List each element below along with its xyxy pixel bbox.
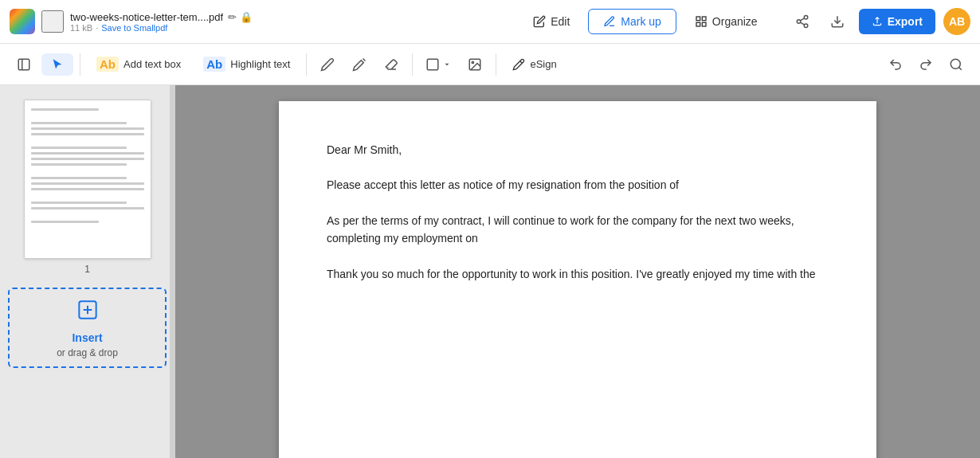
pen-icon [320,57,335,72]
shape-tool-button[interactable] [419,50,457,79]
shape-dropdown-icon [443,61,451,69]
save-link[interactable]: Save to Smallpdf [101,23,167,33]
add-text-box-label: Add text box [123,58,181,70]
insert-page-section[interactable]: Insert or drag & drop [8,288,167,368]
pdf-line-4: Thank you so much for the opportunity to… [327,265,829,283]
share-button[interactable] [789,8,816,35]
svg-rect-10 [18,59,29,70]
tab-organize-label: Organize [712,15,758,28]
undo-button[interactable] [881,50,910,79]
edit-icon: ✏ [228,11,237,23]
text-box-icon: Ab [96,57,119,72]
avatar: AB [943,8,970,35]
select-icon [51,58,64,71]
toolbar-separator-4 [496,53,496,76]
right-actions: Export AB [789,8,970,35]
toolbar-tabs: Edit Mark up Organize [518,9,773,34]
sidebar-toggle-icon [17,57,31,72]
export-button[interactable]: Export [859,9,935,34]
download-button[interactable] [824,8,851,35]
top-bar: two-weeks-notice-letter-tem....pdf ✏ 🔒 1… [0,0,980,44]
svg-line-7 [800,22,804,25]
lock-icon: 🔒 [240,11,253,23]
add-text-box-button[interactable]: Ab Add text box [87,52,190,76]
markup-tab-icon [603,15,616,28]
eraser-tool-button[interactable] [377,50,406,79]
image-icon [468,57,482,72]
svg-point-6 [804,24,808,28]
undo-redo-group [881,50,970,79]
edit-tab-icon [533,15,546,28]
pdf-line-1: Dear Mr Smith, [327,141,829,159]
page-number: 1 [84,264,90,275]
svg-rect-3 [702,22,706,26]
sidebar: 1 Insert or drag & drop [0,85,175,458]
svg-point-16 [951,59,960,69]
redo-icon [919,57,933,72]
organize-tab-icon [695,15,708,28]
tab-markup-label: Mark up [621,15,661,28]
hamburger-button[interactable] [41,10,64,33]
toolbar-separator-1 [80,53,80,76]
scroll-track[interactable] [170,85,174,458]
highlight-text-label: Highlight text [230,58,290,70]
toolbar-separator-3 [412,53,413,76]
file-info: two-weeks-notice-letter-tem....pdf ✏ 🔒 1… [70,11,253,33]
search-button[interactable] [942,50,970,79]
esign-tool-button[interactable]: eSign [503,53,566,76]
eraser-icon [384,57,398,72]
esign-icon [512,58,525,71]
select-tool-button[interactable] [41,53,73,76]
svg-line-8 [800,18,804,21]
page-thumbnail-1[interactable] [24,100,151,259]
pdf-viewer[interactable]: Dear Mr Smith, Please accept this letter… [175,85,980,458]
main-content: 1 Insert or drag & drop Dear Mr Smith, P… [0,85,980,458]
svg-rect-2 [696,22,700,26]
pencil-icon [352,57,367,72]
tool-bar: Ab Add text box Ab Highlight text eSign [0,44,980,85]
file-name: two-weeks-notice-letter-tem....pdf [70,11,223,23]
app-logo [10,9,35,34]
esign-label: eSign [530,58,556,70]
svg-rect-13 [428,59,439,70]
toggle-sidebar-button[interactable] [10,50,38,79]
tab-markup[interactable]: Mark up [588,9,676,34]
file-name-row: two-weeks-notice-letter-tem....pdf ✏ 🔒 [70,11,253,23]
toolbar-separator-2 [306,53,307,76]
page-thumb-container: 1 [0,93,174,281]
highlight-text-button[interactable]: Ab Highlight text [194,52,300,76]
svg-rect-1 [702,17,706,21]
tab-edit-label: Edit [551,15,570,28]
insert-sublabel: or drag & drop [57,347,118,358]
tab-edit[interactable]: Edit [518,9,585,34]
svg-point-15 [472,61,474,63]
insert-icon [75,297,100,328]
highlight-icon: Ab [203,57,225,72]
shape-icon [425,57,440,72]
pdf-line-3: As per the terms of my contract, I will … [327,212,829,248]
image-tool-button[interactable] [461,50,489,79]
pencil-tool-button[interactable] [345,50,374,79]
pdf-line-2: Please accept this letter as notice of m… [327,176,829,194]
file-size: 11 kB [70,23,92,33]
share-icon [795,14,809,29]
export-label: Export [888,15,923,28]
file-meta: 11 kB · Save to Smallpdf [70,23,253,33]
search-icon [949,57,963,72]
svg-line-17 [958,67,961,69]
file-meta-sep: · [96,23,98,33]
pen-tool-button[interactable] [313,50,342,79]
tab-organize[interactable]: Organize [680,9,773,34]
pdf-page: Dear Mr Smith, Please accept this letter… [279,101,876,458]
svg-point-4 [804,16,808,20]
svg-point-5 [797,20,801,24]
export-icon [872,16,883,27]
download-icon [830,14,845,29]
undo-icon [888,57,903,72]
insert-label: Insert [72,331,102,344]
svg-rect-0 [696,17,700,21]
redo-button[interactable] [911,50,940,79]
svg-line-12 [363,58,366,61]
file-icons: ✏ 🔒 [228,11,253,23]
